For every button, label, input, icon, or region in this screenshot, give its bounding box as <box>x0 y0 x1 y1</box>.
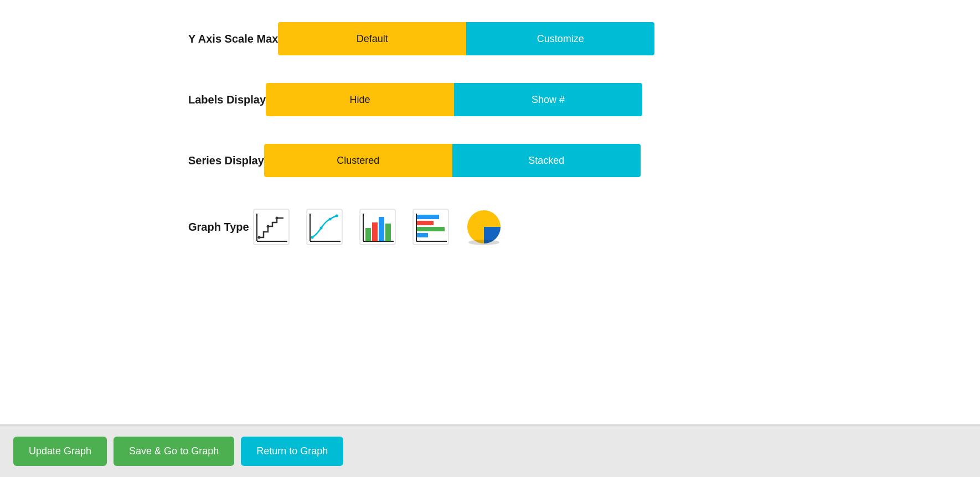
labels-display-row: Labels Display Hide Show # <box>33 83 947 116</box>
y-axis-default-option[interactable]: Default <box>278 22 466 55</box>
svg-point-28 <box>468 240 499 245</box>
y-axis-scale-max-row: Y Axis Scale Max Default Customize <box>33 22 947 55</box>
svg-rect-16 <box>365 228 371 241</box>
svg-rect-23 <box>417 215 439 219</box>
svg-rect-19 <box>385 224 391 241</box>
svg-rect-18 <box>379 217 384 241</box>
svg-point-10 <box>319 227 322 230</box>
svg-rect-26 <box>417 233 428 237</box>
labels-hide-option[interactable]: Hide <box>266 83 454 116</box>
svg-rect-17 <box>372 222 378 241</box>
bar-vertical-icon[interactable] <box>355 205 400 249</box>
svg-point-9 <box>311 236 313 239</box>
labels-display-label: Labels Display <box>33 94 266 106</box>
bar-horizontal-icon[interactable] <box>409 205 453 249</box>
series-display-label: Series Display <box>33 154 264 167</box>
main-content: Y Axis Scale Max Default Customize Label… <box>0 0 980 426</box>
svg-point-5 <box>275 217 278 220</box>
y-axis-scale-max-label: Y Axis Scale Max <box>33 33 278 45</box>
svg-point-4 <box>266 225 269 228</box>
footer-bar: Update Graph Save & Go to Graph Return t… <box>0 426 980 477</box>
series-display-toggle: Clustered Stacked <box>264 144 641 177</box>
series-clustered-option[interactable]: Clustered <box>264 144 452 177</box>
labels-display-toggle: Hide Show # <box>266 83 642 116</box>
pie-icon[interactable] <box>462 205 506 249</box>
save-go-to-graph-button[interactable]: Save & Go to Graph <box>114 437 234 466</box>
svg-point-12 <box>335 215 338 217</box>
svg-rect-24 <box>417 221 434 225</box>
svg-rect-25 <box>417 227 445 231</box>
series-stacked-option[interactable]: Stacked <box>452 144 641 177</box>
graph-type-icons <box>249 205 506 249</box>
y-axis-scale-max-toggle: Default Customize <box>278 22 654 55</box>
graph-type-row: Graph Type <box>33 205 947 249</box>
graph-type-label: Graph Type <box>33 221 249 234</box>
line-smooth-icon[interactable] <box>302 205 347 249</box>
svg-point-11 <box>328 218 331 221</box>
labels-show-option[interactable]: Show # <box>454 83 642 116</box>
line-stepped-icon[interactable] <box>249 205 293 249</box>
svg-point-3 <box>257 236 260 239</box>
return-to-graph-button[interactable]: Return to Graph <box>241 437 343 466</box>
series-display-row: Series Display Clustered Stacked <box>33 144 947 177</box>
update-graph-button[interactable]: Update Graph <box>13 437 107 466</box>
y-axis-customize-option[interactable]: Customize <box>466 22 654 55</box>
